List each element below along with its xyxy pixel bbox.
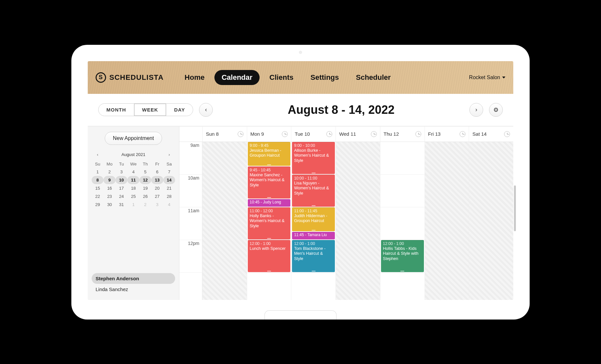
mini-day[interactable]: 30 [103,200,115,209]
event-title: Lisa Nguyen - Women's Haircut & Style [294,181,333,196]
resize-grip-icon[interactable] [312,230,316,231]
mini-day[interactable]: 3 [116,168,127,176]
view-day[interactable]: DAY [166,104,193,116]
mini-day[interactable]: 20 [151,184,163,192]
nav-home[interactable]: Home [177,70,212,85]
new-appointment-button[interactable]: New Appointment [105,132,162,145]
brand-logo[interactable]: S SCHEDULISTA [96,72,164,83]
day-column[interactable]: 12:00 - 1:00Hollis Tabbs - Kids Haircut … [380,142,425,300]
resize-grip-icon[interactable] [267,197,271,198]
calendar-event[interactable]: 9:45 - 10:45Maxine Sanchez - Women's Hai… [248,166,291,199]
calendar-event[interactable]: 9:00 - 10:00Allison Burke - Women's Hair… [292,142,335,174]
calendar-event[interactable]: 12:00 - 1:00Tom Blackstone - Men's Hairc… [292,240,335,272]
top-nav: S SCHEDULISTA Home Calendar Clients Sett… [88,61,513,94]
staff-item[interactable]: Linda Sanchez [92,284,175,295]
mini-day[interactable]: 8 [92,176,103,184]
nav-clients[interactable]: Clients [262,70,300,85]
view-month[interactable]: MONTH [99,104,134,116]
clock-icon [504,131,510,137]
mini-day[interactable]: 15 [92,184,103,192]
mini-day[interactable]: 14 [163,176,175,184]
mini-day[interactable]: 18 [127,184,139,192]
mini-day[interactable]: 2 [103,168,115,176]
mini-day[interactable]: 27 [151,192,163,200]
mini-day[interactable]: 21 [163,184,175,192]
calendar-event[interactable]: 10:45 - Judy Long [248,199,291,207]
mini-day[interactable]: 28 [163,192,175,200]
resize-grip-icon[interactable] [267,238,271,239]
resize-grip-icon[interactable] [312,271,316,271]
day-column[interactable]: 9:00 - 10:00Allison Burke - Women's Hair… [291,142,336,300]
calendar-event[interactable]: 11:00 - 12:00Holly Banks - Women's Hairc… [248,207,291,239]
mini-day[interactable]: 25 [127,192,139,200]
day-header[interactable]: Tue 10 [291,127,336,142]
mini-day[interactable]: 11 [127,176,139,184]
day-column[interactable] [202,142,247,300]
day-column[interactable]: 9:00 - 9:45Jessica Berman - Groupon Hair… [247,142,291,300]
brand-name: SCHEDULISTA [109,73,164,82]
calendar-settings-button[interactable]: ⚙ [489,103,503,117]
day-column[interactable] [425,142,469,300]
mini-day[interactable]: 13 [151,176,163,184]
day-column[interactable] [336,142,380,300]
mini-day[interactable]: 17 [116,184,127,192]
mini-day[interactable]: 2 [139,200,151,209]
nav-settings[interactable]: Settings [303,70,346,85]
prev-week-button[interactable]: ‹ [199,103,213,117]
mini-day[interactable]: 1 [127,200,139,209]
resize-grip-icon[interactable] [267,271,271,271]
nav-scheduler[interactable]: Scheduler [349,70,398,85]
mini-day[interactable]: 23 [103,192,115,200]
mini-day[interactable]: 9 [103,176,115,184]
brand-mark-icon: S [96,72,106,83]
day-header[interactable]: Fri 13 [425,127,469,142]
day-header[interactable]: Mon 9 [247,127,291,142]
nav-calendar[interactable]: Calendar [214,70,260,85]
mini-day[interactable]: 4 [127,168,139,176]
mini-day[interactable]: 6 [151,168,163,176]
day-header[interactable]: Wed 11 [336,127,380,142]
mini-weekday: Th [139,160,151,168]
mini-day[interactable]: 7 [163,168,175,176]
content-scrollbar[interactable] [514,185,516,231]
mini-day[interactable]: 16 [103,184,115,192]
mini-day[interactable]: 31 [116,200,127,209]
calendar-event[interactable]: 11:45 - Tamara Liu [292,232,335,239]
view-week[interactable]: WEEK [134,104,166,116]
mini-day[interactable]: 10 [116,176,127,184]
mini-prev-month[interactable]: ‹ [94,151,101,158]
day-column[interactable] [469,142,513,300]
mini-day[interactable]: 29 [92,200,103,209]
mini-day[interactable]: 22 [92,192,103,200]
day-header[interactable]: Thu 12 [380,127,425,142]
calendar-event[interactable]: 10:00 - 11:00Lisa Nguyen - Women's Hairc… [292,175,335,207]
calendar-grid: Sun 8Mon 9Tue 10Wed 11Thu 12Fri 13Sat 14… [179,127,513,300]
account-menu[interactable]: Rocket Salon [469,75,505,80]
resize-grip-icon[interactable] [312,205,316,206]
calendar-event[interactable]: 12:00 - 1:00Lunch with Spencer [248,240,291,272]
day-header-spacer [179,127,202,142]
account-name: Rocket Salon [469,75,500,80]
mini-day[interactable]: 26 [139,192,151,200]
day-header[interactable]: Sun 8 [202,127,247,142]
mini-day[interactable]: 1 [92,168,103,176]
laptop-frame: S SCHEDULISTA Home Calendar Clients Sett… [71,45,530,320]
mini-day[interactable]: 4 [163,200,175,209]
resize-grip-icon[interactable] [312,173,316,173]
mini-weekday: Tu [116,160,127,168]
mini-next-month[interactable]: › [166,151,173,158]
mini-day[interactable]: 24 [116,192,127,200]
mini-day[interactable]: 5 [139,168,151,176]
calendar-event[interactable]: 9:00 - 9:45Jessica Berman - Groupon Hair… [248,142,291,166]
day-header[interactable]: Sat 14 [469,127,513,142]
resize-grip-icon[interactable] [267,165,271,165]
event-time: 12:00 - 1:00 [383,241,422,246]
mini-day[interactable]: 19 [139,184,151,192]
staff-item[interactable]: Stephen Anderson [92,273,175,284]
calendar-event[interactable]: 11:00 - 11:45Judith Hilderman - Groupon … [292,207,335,231]
calendar-event[interactable]: 12:00 - 1:00Hollis Tabbs - Kids Haircut … [381,240,424,272]
mini-day[interactable]: 3 [151,200,163,209]
resize-grip-icon[interactable] [400,271,404,271]
next-week-button[interactable]: › [469,103,483,117]
mini-day[interactable]: 12 [139,176,151,184]
